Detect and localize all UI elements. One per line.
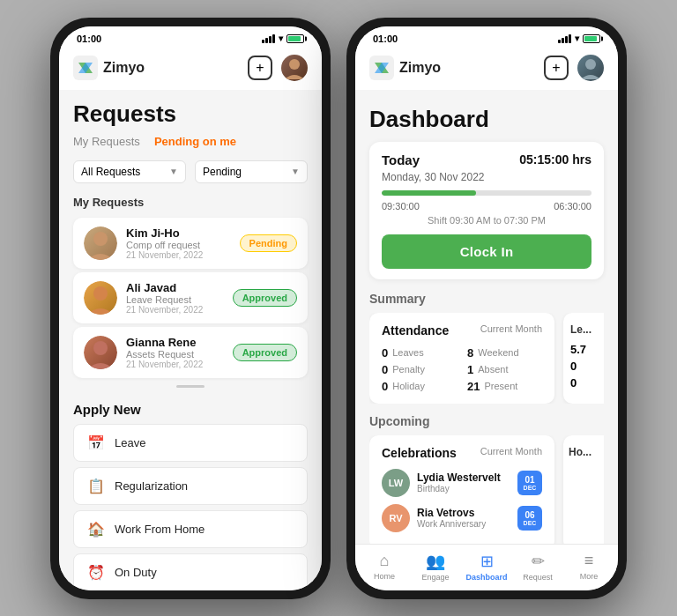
status-badge-1: Pending [240,234,297,252]
app-header-left: Zimyo + [59,48,322,90]
svg-point-4 [93,341,108,355]
request-nav-icon: ✏ [532,552,545,571]
avatar-gianna [84,336,117,369]
zimyo-logo-icon-right [369,56,394,80]
stat-penalty: 0 Penalty [382,363,457,376]
holiday-card-partial: Ho... [563,435,604,544]
avatar-left[interactable] [281,55,308,81]
apply-new-title: Apply New [73,402,308,417]
time-range: 09:30:00 06:30:00 [382,201,591,212]
my-requests-label: My Requests [59,189,322,214]
more-nav-icon: ≡ [584,552,594,570]
left-scroll-area[interactable]: Requests My Requests Pending on me All R… [59,90,322,590]
tab-pending-on-me[interactable]: Pending on me [154,135,236,148]
celeb-item-1: LW Lydia Westervelt Birthday 01 DEC [382,469,542,497]
wifi-icon: ▾ [279,33,283,43]
today-hours: 05:15:00 hrs [519,152,591,167]
battery-icon-right [583,34,600,43]
svg-point-2 [93,232,108,246]
attendance-period: Current Month [480,323,542,338]
nav-home[interactable]: ⌂ Home [359,552,410,582]
request-info-3: Gianna Rene Assets Request 21 November, … [126,336,224,369]
avatar-kim [84,226,117,260]
today-card: Today 05:15:00 hrs Monday, 30 Nov 2022 0… [369,142,604,279]
apply-work-from-home[interactable]: 🏠 Work From Home [73,510,308,548]
stat-leaves: 0 Leaves [382,346,457,360]
celeb-period: Current Month [480,446,542,460]
clock-icon: ⏰ [86,564,106,581]
status-icons-right: ▾ [558,33,600,43]
celeb-date-1: 01 DEC [517,471,542,495]
stat-absent: 1 Absent [467,363,542,376]
wifi-icon-right: ▾ [575,33,579,43]
apply-new-section: Apply New 📅 Leave 📋 Regularization 🏠 Wor… [59,391,322,590]
nav-engage[interactable]: 👥 Engage [410,552,461,582]
apply-on-duty[interactable]: ⏰ On Duty [73,553,308,590]
celebrations-card: Celebrations Current Month LW Lydia West… [369,435,554,544]
request-card-1[interactable]: Kim Ji-Ho Comp off request 21 November, … [73,218,308,269]
logo-left: Zimyo [73,56,145,80]
logo-right: Zimyo [369,56,441,80]
list-icon: 📋 [86,478,106,494]
celeb-avatar-1: LW [382,469,410,497]
tab-my-requests[interactable]: My Requests [73,135,140,148]
celeb-info-1: Lydia Westervelt Birthday [417,471,510,494]
nav-request[interactable]: ✏ Request [512,552,563,582]
nav-more[interactable]: ≡ More [563,552,614,582]
apply-regularization[interactable]: 📋 Regularization [73,467,308,505]
time-right: 01:00 [373,33,398,44]
status-badge-3: Approved [233,344,297,361]
filter-pending[interactable]: Pending ▼ [195,160,308,183]
request-info-2: Ali Javad Leave Request 21 November, 202… [126,281,224,315]
avatar-right[interactable] [577,55,604,81]
upcoming-scroll[interactable]: Celebrations Current Month LW Lydia West… [369,435,604,544]
logo-text-left: Zimyo [103,60,145,76]
header-actions-left: + [248,55,308,81]
calendar-icon: 📅 [86,434,106,451]
left-phone: 01:00 ▾ [50,18,331,599]
stat-holiday: 0 Holiday [382,380,457,393]
add-button-left[interactable]: + [248,56,272,80]
celeb-item-2: RV Ria Vetrovs Work Anniversary 06 DEC [382,504,542,532]
clock-in-button[interactable]: Clock In [382,234,591,269]
stat-present: 21 Present [467,380,542,393]
stat-weekend: 8 Weekend [467,346,542,360]
time-progress-bar [382,190,591,196]
request-info-1: Kim Ji-Ho Comp off request 21 November, … [126,226,231,260]
engage-nav-icon: 👥 [426,552,445,571]
signal-icon-right [558,34,571,43]
celeb-info-2: Ria Vetrovs Work Anniversary [417,507,510,529]
celeb-title: Celebrations [382,446,457,460]
status-bar-left: 01:00 ▾ [59,26,322,48]
logo-text-right: Zimyo [399,60,441,76]
nav-dashboard[interactable]: ⊞ Dashboard [461,552,512,582]
summary-scroll[interactable]: Attendance Current Month 0 Leaves 8 [369,313,604,404]
add-button-right[interactable]: + [544,56,569,80]
signal-icon [262,34,275,43]
time-start: 09:30:00 [382,201,420,212]
attendance-card-header: Attendance Current Month [382,323,542,338]
shift-text: Shift 09:30 AM to 07:30 PM [382,215,591,226]
chevron-down-icon: ▼ [169,167,178,176]
right-phone: 01:00 ▾ [346,18,627,599]
today-header: Today 05:15:00 hrs [382,152,591,167]
attendance-title: Attendance [382,323,449,338]
filter-all-requests[interactable]: All Requests ▼ [73,160,186,183]
status-bar-right: 01:00 ▾ [355,26,618,48]
right-scroll-area[interactable]: Dashboard Today 05:15:00 hrs Monday, 30 … [355,90,618,544]
svg-point-6 [585,59,596,70]
celeb-avatar-2: RV [382,504,410,532]
request-card-2[interactable]: Ali Javad Leave Request 21 November, 202… [73,272,308,323]
svg-point-3 [93,286,108,301]
page-title-left: Requests [59,90,322,131]
progress-fill [382,190,476,196]
apply-leave[interactable]: 📅 Leave [73,424,308,462]
battery-icon [286,34,304,43]
avatar-ali [84,281,117,315]
chevron-down-icon-2: ▼ [291,167,300,176]
bottom-nav: ⌂ Home 👥 Engage ⊞ Dashboard ✏ Request ≡ [355,544,618,590]
summary-label: Summary [369,292,604,306]
request-card-3[interactable]: Gianna Rene Assets Request 21 November, … [73,327,308,378]
attendance-card: Attendance Current Month 0 Leaves 8 [369,313,554,404]
celeb-header: Celebrations Current Month [382,446,542,460]
